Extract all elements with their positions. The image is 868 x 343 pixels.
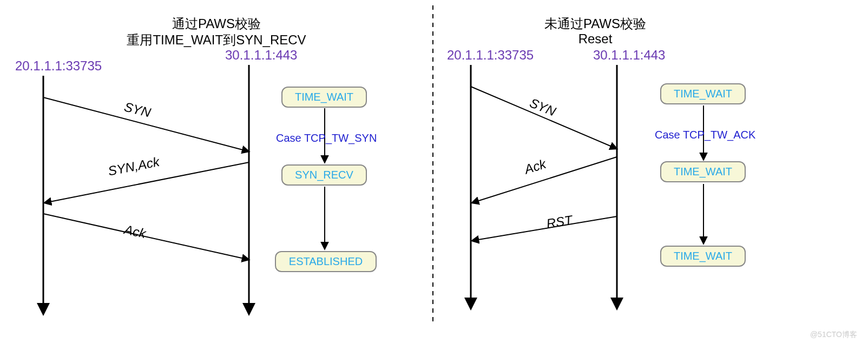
svg-line-7 [43,214,249,260]
left-state-0: TIME_WAIT [281,87,367,108]
right-client-addr: 20.1.1.1:33735 [447,48,534,63]
left-state-1: SYN_RECV [281,164,367,186]
right-title-1: 未通过PAWS校验 [487,15,703,32]
watermark: @51CTO博客 [810,330,857,340]
left-client-addr: 20.1.1.1:33735 [15,58,102,74]
diagram-canvas: 通过PAWS校验 重用TIME_WAIT到SYN_RECV 20.1.1.1:3… [0,0,868,343]
left-case-label: Case TCP_TW_SYN [276,132,377,144]
left-title-2: 重用TIME_WAIT到SYN_RECV [108,31,325,49]
left-server-addr: 30.1.1.1:443 [225,48,297,63]
svg-line-14 [472,216,617,241]
left-state-2: ESTABLISHED [275,251,377,272]
right-state-2: TIME_WAIT [660,246,746,267]
right-state-0: TIME_WAIT [660,83,746,104]
right-title-2: Reset [487,31,703,47]
right-server-addr: 30.1.1.1:443 [593,48,665,63]
right-state-1: TIME_WAIT [660,161,746,182]
left-title-1: 通过PAWS校验 [108,15,325,32]
right-case-label: Case TCP_TW_ACK [655,129,755,141]
svg-line-12 [471,87,617,149]
